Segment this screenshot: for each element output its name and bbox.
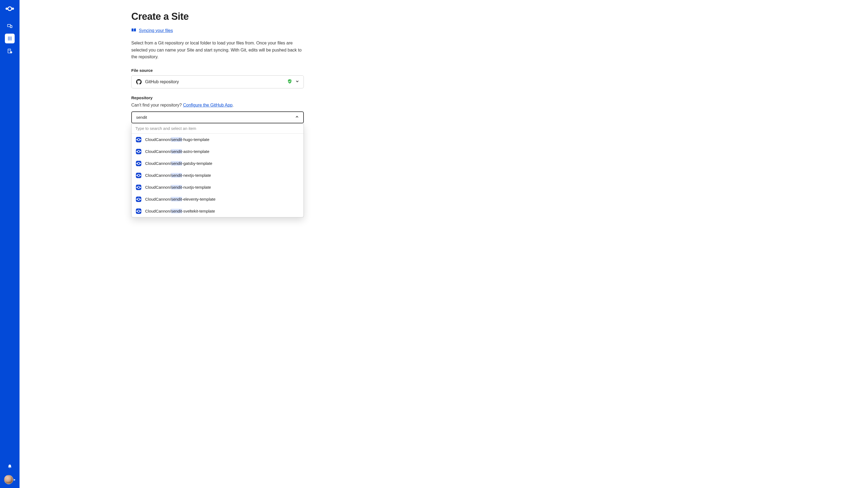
repository-help-text: Can't find your repository? Configure th… [131, 103, 304, 108]
cloudcannon-repo-icon [135, 160, 142, 167]
svg-point-6 [8, 37, 9, 37]
page-title: Create a Site [131, 11, 304, 22]
chevron-down-icon [296, 79, 299, 84]
svg-point-29 [140, 151, 141, 152]
page-description: Select from a Git repository or local fo… [131, 40, 304, 61]
repository-option-label: CloudCannon/sendit-eleventy-template [145, 197, 215, 201]
cloudcannon-repo-icon [135, 172, 142, 178]
user-menu[interactable]: ▶ [4, 475, 16, 484]
repository-option[interactable]: CloudCannon/sendit-nuxtjs-template [131, 182, 304, 193]
repository-label: Repository [131, 95, 304, 100]
svg-point-25 [140, 139, 141, 140]
svg-point-32 [136, 163, 137, 164]
avatar [4, 475, 13, 484]
nav-apps[interactable] [5, 34, 14, 43]
cloudcannon-repo-icon [135, 196, 142, 202]
cloudcannon-repo-icon [135, 148, 142, 155]
main-content: Create a Site Syncing your files Select … [20, 0, 868, 488]
cloudcannon-repo-icon [135, 136, 142, 143]
verified-shield-icon [287, 79, 292, 85]
svg-point-24 [136, 139, 137, 140]
svg-point-45 [140, 199, 141, 200]
svg-point-49 [140, 210, 141, 212]
notifications-icon[interactable] [7, 464, 12, 470]
repository-option-label: CloudCannon/sendit-hugo-template [145, 137, 209, 142]
configure-github-app-link[interactable]: Configure the GitHub App [183, 103, 232, 107]
cloudcannon-repo-icon [135, 184, 142, 191]
repository-option[interactable]: CloudCannon/sendit-gatsby-template [131, 158, 304, 169]
repository-option-label: CloudCannon/sendit-gatsby-template [145, 161, 212, 166]
svg-point-7 [9, 37, 10, 37]
svg-point-28 [136, 151, 137, 152]
svg-point-40 [136, 187, 137, 188]
svg-point-11 [10, 38, 11, 39]
svg-point-37 [140, 175, 141, 176]
help-link-syncing[interactable]: Syncing your files [139, 28, 173, 33]
svg-point-2 [12, 8, 14, 10]
file-source-label: File source [131, 68, 304, 73]
book-icon [131, 28, 136, 33]
logo[interactable] [5, 4, 14, 13]
svg-point-41 [140, 187, 141, 188]
cloudcannon-logo-icon [5, 4, 14, 13]
svg-rect-4 [10, 26, 12, 28]
svg-point-33 [140, 163, 141, 164]
chevron-up-icon [295, 115, 299, 120]
svg-point-13 [9, 39, 10, 40]
svg-point-10 [9, 38, 10, 39]
repository-search-input[interactable] [136, 115, 295, 120]
repository-option[interactable]: CloudCannon/sendit-nextjs-template [131, 169, 304, 182]
github-icon [136, 79, 142, 85]
repository-option-label: CloudCannon/sendit-sveltekit-template [145, 209, 215, 214]
file-source-select[interactable]: GitHub repository [131, 75, 304, 88]
repository-option[interactable]: CloudCannon/sendit-hugo-template [131, 134, 304, 145]
sidebar: ▶ [0, 0, 20, 488]
repository-option-label: CloudCannon/sendit-nuxtjs-template [145, 185, 211, 190]
repository-combobox[interactable] [131, 111, 304, 123]
nav-devices[interactable] [5, 21, 14, 31]
svg-point-0 [8, 7, 12, 10]
svg-point-1 [6, 8, 8, 10]
svg-point-8 [10, 37, 11, 37]
repository-option-label: CloudCannon/sendit-astro-template [145, 149, 209, 154]
svg-point-12 [8, 39, 9, 40]
repository-dropdown: Type to search and select an item CloudC… [131, 123, 304, 218]
repository-option[interactable]: CloudCannon/sendit-sveltekit-template [131, 205, 304, 217]
repository-option-label: CloudCannon/sendit-nextjs-template [145, 173, 211, 177]
repository-option[interactable]: CloudCannon/sendit-astro-template [131, 145, 304, 158]
cloudcannon-repo-icon [135, 208, 142, 215]
svg-point-9 [8, 38, 9, 39]
svg-point-14 [10, 39, 11, 40]
repository-option[interactable]: CloudCannon/sendit-eleventy-template [131, 193, 304, 205]
dropdown-hint: Type to search and select an item [131, 123, 304, 134]
svg-point-48 [136, 210, 137, 212]
file-source-value: GitHub repository [145, 79, 284, 84]
svg-point-36 [136, 175, 137, 176]
nav-org-settings[interactable] [5, 46, 14, 56]
svg-point-44 [136, 199, 137, 200]
caret-right-icon: ▶ [14, 479, 16, 481]
